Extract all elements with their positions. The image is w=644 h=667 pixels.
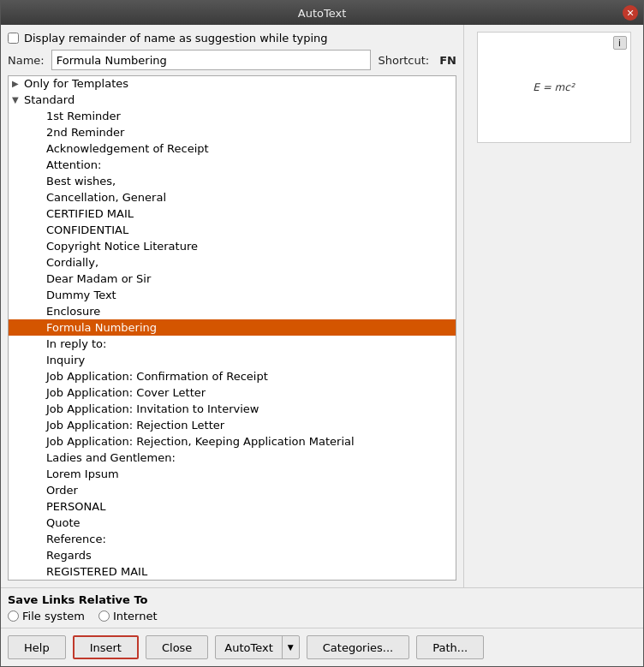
tree-item-in-reply-to[interactable]: In reply to: [9, 336, 456, 352]
tree-label-quote: Quote [46, 516, 80, 529]
title-bar: AutoText ✕ [1, 1, 643, 25]
tree-label-cordially: Cordially, [46, 256, 98, 269]
tree-item-copyright[interactable]: Copyright Notice Literature [9, 238, 456, 254]
buttons-row: Help Insert Close AutoText ▼ Categories.… [1, 628, 643, 666]
tree-label-reference: Reference: [46, 533, 106, 545]
tree-item-formula-numbering[interactable]: Formula Numbering [9, 319, 456, 336]
autotext-list[interactable]: ▶Business Cards, Work (3 ½ x 2)My AutoTe… [8, 75, 456, 581]
tree-item-inquiry[interactable]: Inquiry [9, 352, 456, 368]
tree-item-dummy-text[interactable]: Dummy Text [9, 287, 456, 303]
tree-label-1st-reminder: 1st Reminder [46, 110, 121, 122]
tree-label-copyright: Copyright Notice Literature [46, 240, 198, 253]
tree-item-reference[interactable]: Reference: [9, 531, 456, 547]
save-links-radio-row: File system Internet [8, 610, 636, 622]
internet-label: Internet [113, 610, 158, 622]
tree-label-enclosure: Enclosure [46, 305, 100, 318]
preview-info-button[interactable]: i [613, 36, 627, 50]
tree-item-quote[interactable]: Quote [9, 515, 456, 531]
name-input[interactable] [51, 50, 372, 70]
suggestion-label: Display remainder of name as suggestion … [24, 32, 328, 45]
tree-label-in-reply-to: In reply to: [46, 337, 106, 350]
categories-button[interactable]: Categories... [307, 635, 409, 659]
tree-label-ladies: Ladies and Gentlemen: [46, 451, 176, 464]
tree-item-only-for-templates[interactable]: ▶Only for Templates [9, 75, 456, 92]
right-panel: E = mc² i [463, 25, 643, 587]
dialog-title: AutoText [298, 7, 346, 20]
tree-label-only-for-templates: Only for Templates [24, 77, 128, 90]
autotext-dialog: AutoText ✕ Display remainder of name as … [0, 0, 644, 667]
tree-item-standard[interactable]: ▼Standard [9, 92, 456, 108]
internet-radio[interactable] [98, 610, 110, 622]
tree-label-dear-madam: Dear Madam or Sir [46, 272, 151, 285]
tree-label-personal: PERSONAL [46, 500, 105, 513]
tree-item-job-rejection[interactable]: Job Application: Rejection Letter [9, 417, 456, 433]
tree-label-job-rejection: Job Application: Rejection Letter [46, 419, 224, 432]
path-button[interactable]: Path... [416, 635, 484, 659]
close-dialog-button[interactable]: Close [146, 635, 208, 659]
tree-label-cancellation: Cancellation, General [46, 191, 166, 204]
file-system-label: File system [22, 610, 85, 622]
tree-item-dear-madam[interactable]: Dear Madam or Sir [9, 271, 456, 287]
preview-formula: E = mc² [533, 81, 574, 93]
name-label: Name: [8, 54, 45, 67]
file-system-radio[interactable] [8, 610, 19, 622]
suggestion-checkbox[interactable] [8, 33, 19, 44]
tree-item-2nd-reminder[interactable]: 2nd Reminder [9, 124, 456, 140]
tree-label-acknowledgement: Acknowledgement of Receipt [46, 142, 209, 155]
tree-item-attention[interactable]: Attention: [9, 157, 456, 173]
tree-item-cordially[interactable]: Cordially, [9, 254, 456, 271]
shortcut-value: FN [439, 54, 456, 67]
tree-label-job-invitation: Job Application: Invitation to Interview [46, 402, 259, 415]
autotext-button[interactable]: AutoText ▼ [215, 635, 299, 659]
tree-item-acknowledgement[interactable]: Acknowledgement of Receipt [9, 140, 456, 157]
tree-label-2nd-reminder: 2nd Reminder [46, 126, 124, 139]
file-system-option: File system [8, 610, 85, 622]
autotext-label: AutoText [216, 641, 281, 654]
tree-label-job-rejection-keep: Job Application: Rejection, Keeping Appl… [46, 435, 355, 448]
tree-item-job-rejection-keep[interactable]: Job Application: Rejection, Keeping Appl… [9, 433, 456, 450]
tree-label-confidential: CONFIDENTIAL [46, 223, 128, 236]
suggestion-checkbox-row: Display remainder of name as suggestion … [8, 32, 456, 45]
left-panel: Display remainder of name as suggestion … [1, 25, 463, 587]
name-row: Name: Shortcut: FN [8, 50, 456, 70]
tree-item-job-confirmation[interactable]: Job Application: Confirmation of Receipt [9, 368, 456, 384]
tree-arrow-only-for-templates: ▶ [12, 79, 24, 88]
preview-box: E = mc² i [477, 32, 631, 143]
tree-item-enclosure[interactable]: Enclosure [9, 303, 456, 319]
tree-label-registered-mail: REGISTERED MAIL [46, 565, 147, 578]
tree-item-certified-mail[interactable]: CERTIFIED MAIL [9, 205, 456, 222]
tree-label-job-cover: Job Application: Cover Letter [46, 386, 206, 399]
tree-item-1st-reminder[interactable]: 1st Reminder [9, 108, 456, 124]
tree-item-job-invitation[interactable]: Job Application: Invitation to Interview [9, 401, 456, 417]
tree-item-job-cover[interactable]: Job Application: Cover Letter [9, 384, 456, 401]
tree-item-personal[interactable]: PERSONAL [9, 498, 456, 515]
save-links-section: Save Links Relative To File system Inter… [1, 587, 643, 628]
tree-item-ladies[interactable]: Ladies and Gentlemen: [9, 450, 456, 466]
help-button[interactable]: Help [8, 635, 66, 659]
tree-item-registered-mail[interactable]: REGISTERED MAIL [9, 563, 456, 580]
tree-label-lorem: Lorem Ipsum [46, 467, 119, 480]
dialog-body: Display remainder of name as suggestion … [1, 25, 643, 587]
tree-label-best-wishes: Best wishes, [46, 175, 116, 188]
tree-label-dummy-text: Dummy Text [46, 289, 116, 301]
autotext-dropdown-arrow[interactable]: ▼ [282, 636, 299, 658]
tree-arrow-standard: ▼ [12, 95, 24, 104]
tree-label-order: Order [46, 484, 78, 497]
tree-label-formula-numbering: Formula Numbering [46, 321, 157, 334]
tree-item-order[interactable]: Order [9, 482, 456, 498]
close-button[interactable]: ✕ [623, 5, 638, 21]
tree-label-attention: Attention: [46, 158, 101, 171]
tree-label-standard: Standard [24, 93, 75, 106]
save-links-title: Save Links Relative To [8, 593, 636, 606]
tree-label-regards: Regards [46, 549, 92, 562]
tree-label-certified-mail: CERTIFIED MAIL [46, 207, 134, 220]
tree-item-regards[interactable]: Regards [9, 547, 456, 563]
internet-option: Internet [98, 610, 158, 622]
tree-item-lorem[interactable]: Lorem Ipsum [9, 466, 456, 482]
tree-item-cancellation[interactable]: Cancellation, General [9, 189, 456, 205]
insert-button[interactable]: Insert [73, 635, 139, 659]
tree-label-inquiry: Inquiry [46, 354, 85, 366]
tree-item-confidential[interactable]: CONFIDENTIAL [9, 222, 456, 238]
tree-label-job-confirmation: Job Application: Confirmation of Receipt [46, 370, 268, 383]
tree-item-best-wishes[interactable]: Best wishes, [9, 173, 456, 189]
